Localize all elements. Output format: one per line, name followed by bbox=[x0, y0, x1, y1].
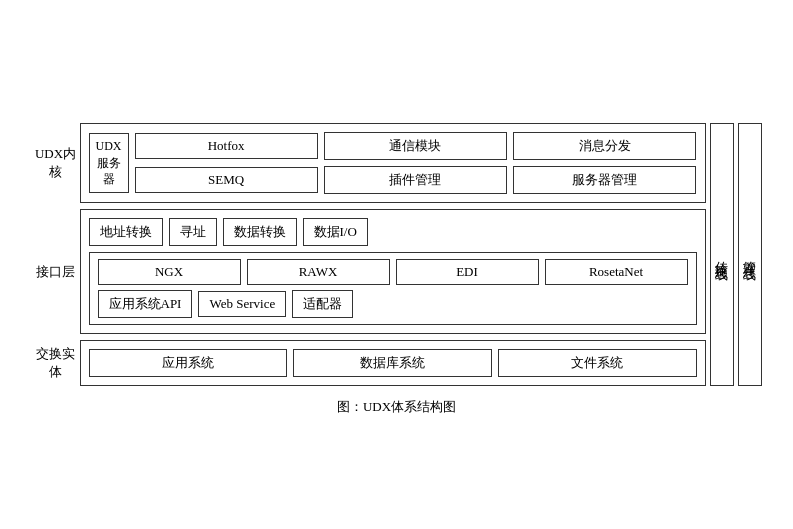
exchange-row: 交换实体 应用系统 数据库系统 文件系统 bbox=[32, 340, 706, 386]
udx-kernel-label: UDX内核 bbox=[32, 123, 80, 203]
semq-item: SEMQ bbox=[135, 167, 318, 193]
udx-bottom-row: SEMQ 插件管理 服务器管理 bbox=[135, 166, 697, 194]
main-content: UDX内核 UDX 服务 器 Hotfox 通信模块 消息分发 bbox=[32, 123, 762, 386]
exchange-items-row: 应用系统 数据库系统 文件系统 bbox=[89, 349, 697, 377]
data-io-item: 数据I/O bbox=[303, 218, 368, 246]
server-mgmt-item: 服务器管理 bbox=[513, 166, 696, 194]
udx-kernel-box: UDX 服务 器 Hotfox 通信模块 消息分发 SEMQ 插件管理 bbox=[80, 123, 706, 203]
web-service-item: Web Service bbox=[198, 291, 286, 317]
udx-server-box: UDX 服务 器 bbox=[89, 133, 129, 193]
management-bar: 管理总线 bbox=[738, 123, 762, 386]
protocol-bottom-row: 应用系统API Web Service 适配器 bbox=[98, 290, 688, 318]
app-api-item: 应用系统API bbox=[98, 290, 193, 318]
caption: 图：UDX体系结构图 bbox=[32, 398, 762, 416]
interface-row: 接口层 地址转换 寻址 数据转换 数据I/O NGX RAWX E bbox=[32, 209, 706, 334]
db-system-item: 数据库系统 bbox=[293, 349, 492, 377]
app-system-item: 应用系统 bbox=[89, 349, 288, 377]
file-system-item: 文件系统 bbox=[498, 349, 697, 377]
protocol-inner-box: NGX RAWX EDI RosetaNet 应用系统API Web Servi… bbox=[89, 252, 697, 325]
plugin-mgmt-item: 插件管理 bbox=[324, 166, 507, 194]
addr-convert-item: 地址转换 bbox=[89, 218, 163, 246]
exchange-box: 应用系统 数据库系统 文件系统 bbox=[80, 340, 706, 386]
exchange-label: 交换实体 bbox=[32, 340, 80, 386]
hotfox-item: Hotfox bbox=[135, 133, 318, 159]
comm-module-item: 通信模块 bbox=[324, 132, 507, 160]
udx-kernel-items-row: UDX 服务 器 Hotfox 通信模块 消息分发 SEMQ 插件管理 bbox=[89, 132, 697, 194]
udx-top-row: Hotfox 通信模块 消息分发 bbox=[135, 132, 697, 160]
transmission-bar: 传输总线 bbox=[710, 123, 734, 386]
udx-kernel-row: UDX内核 UDX 服务 器 Hotfox 通信模块 消息分发 bbox=[32, 123, 706, 203]
rosetanet-item: RosetaNet bbox=[545, 259, 688, 285]
edi-item: EDI bbox=[396, 259, 539, 285]
protocol-top-row: NGX RAWX EDI RosetaNet bbox=[98, 259, 688, 285]
interface-label: 接口层 bbox=[32, 209, 80, 334]
routing-item: 寻址 bbox=[169, 218, 217, 246]
layers-column: UDX内核 UDX 服务 器 Hotfox 通信模块 消息分发 bbox=[32, 123, 706, 386]
diagram-wrapper: UDX内核 UDX 服务 器 Hotfox 通信模块 消息分发 bbox=[22, 103, 772, 426]
data-convert-item: 数据转换 bbox=[223, 218, 297, 246]
interface-box: 地址转换 寻址 数据转换 数据I/O NGX RAWX EDI RosetaNe… bbox=[80, 209, 706, 334]
rawx-item: RAWX bbox=[247, 259, 390, 285]
adapter-item: 适配器 bbox=[292, 290, 353, 318]
ngx-item: NGX bbox=[98, 259, 241, 285]
msg-dispatch-item: 消息分发 bbox=[513, 132, 696, 160]
right-bars: 传输总线 管理总线 bbox=[710, 123, 762, 386]
interface-top-row: 地址转换 寻址 数据转换 数据I/O bbox=[89, 218, 697, 246]
